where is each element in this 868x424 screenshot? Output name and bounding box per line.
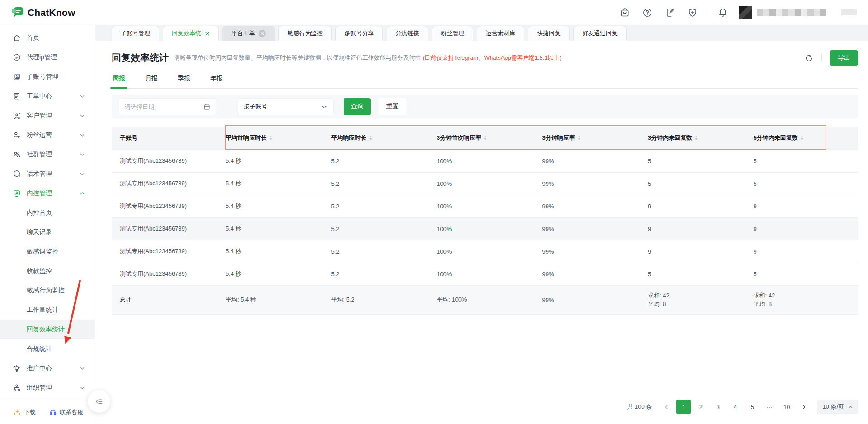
- sidebar-subitem-workload-stats[interactable]: 工作量统计: [0, 300, 95, 320]
- date-input[interactable]: [125, 104, 193, 110]
- pagination-next-icon[interactable]: [797, 400, 811, 414]
- shield-plus-icon[interactable]: [688, 8, 698, 18]
- sidebar-item-community[interactable]: 社群管理: [0, 145, 95, 164]
- workspace-tab-subaccounts[interactable]: 子账号管理: [112, 26, 159, 41]
- report-tab-monthly[interactable]: 月报: [144, 72, 159, 88]
- pagination-page-3[interactable]: 3: [711, 400, 725, 414]
- col-header-3min-no-reply: 3分钟内未回复数: [647, 127, 753, 150]
- support-link[interactable]: 联系客服: [49, 408, 83, 416]
- close-icon[interactable]: [259, 30, 266, 37]
- page-size-select[interactable]: 10 条/页: [817, 400, 858, 414]
- topbar-right: [607, 6, 857, 19]
- sidebar-item-label: 组织管理: [27, 384, 80, 392]
- download-link[interactable]: 下载: [14, 408, 36, 416]
- sidebar-item-fans[interactable]: 粉丝运营: [0, 125, 95, 145]
- pagination-page-2[interactable]: 2: [693, 400, 708, 414]
- sidebar-subitem-sensitive-words[interactable]: 敏感词监控: [0, 242, 95, 261]
- tab-label: 运营素材库: [486, 29, 515, 38]
- sidebar-item-internal-control[interactable]: 内控管理: [0, 184, 95, 203]
- sidebar-item-subaccounts[interactable]: 子账号管理: [0, 67, 95, 86]
- date-picker[interactable]: [119, 98, 216, 115]
- brand[interactable]: ChatKnow: [11, 7, 75, 18]
- workspace-tab-sensitive-behavior[interactable]: 敏感行为监控: [278, 26, 332, 41]
- avatar[interactable]: [739, 6, 752, 19]
- sidebar-item-label: 推广中心: [27, 364, 80, 372]
- doc-edit-icon[interactable]: [665, 8, 675, 18]
- pagination-total: 共 100 条: [627, 403, 652, 411]
- sidebar-subitem-compliance-stats[interactable]: 合规统计: [0, 339, 95, 358]
- sort-caret-icon[interactable]: [801, 136, 803, 140]
- refresh-icon[interactable]: [805, 54, 813, 62]
- sidebar-subitem-reply-efficiency[interactable]: 回复效率统计: [0, 320, 95, 339]
- pagination-prev-icon[interactable]: [659, 400, 674, 414]
- workspace-tab-friend-pass-reply[interactable]: 好友通过回复: [573, 26, 627, 41]
- sidebar-item-label: 粉丝运营: [27, 131, 80, 139]
- sidebar-item-scripts[interactable]: 话术管理: [0, 164, 95, 184]
- bell-icon[interactable]: [718, 8, 728, 18]
- fan-heart-icon: [13, 131, 21, 139]
- table-row[interactable]: 测试专用(Abc123456789)5.4 秒5.2100%99%99: [112, 240, 858, 263]
- table-row[interactable]: 测试专用(Abc123456789)5.4 秒5.2100%99%55: [112, 150, 858, 172]
- pagination-page-5[interactable]: 5: [745, 400, 760, 414]
- sidebar-item-proxy-ip[interactable]: IP 代理ip管理: [0, 47, 95, 67]
- workspace-tab-split-links[interactable]: 分流链接: [387, 26, 428, 41]
- report-tab-quarterly[interactable]: 季报: [177, 72, 191, 88]
- sort-caret-icon[interactable]: [695, 136, 698, 140]
- sidebar-subitem-internal-home[interactable]: 内控首页: [0, 203, 95, 222]
- user-meta-redacted: [841, 9, 857, 15]
- workspace-tab-fans[interactable]: 粉丝管理: [432, 26, 473, 41]
- workspace-tab-reply-efficiency[interactable]: 回复效率统: [163, 26, 219, 41]
- chevron-down-icon: [80, 171, 85, 177]
- query-button[interactable]: 查询: [344, 98, 371, 115]
- col-header-3min-first-rate: 3分钟首次响应率: [436, 127, 542, 150]
- report-tabs: 周报 月报 季报 年报: [112, 72, 858, 89]
- sidebar-subitem-sensitive-behavior[interactable]: 敏感行为监控: [0, 281, 95, 300]
- content: 回复效率统计 清晰呈现单位时间内回复数量、平均响应时长等关键数据，以便精准评估工…: [95, 41, 868, 424]
- sort-caret-icon[interactable]: [369, 136, 372, 140]
- sidebar-subitem-payment-monitor[interactable]: 收款监控: [0, 261, 95, 281]
- pagination-ellipsis[interactable]: ···: [762, 400, 777, 414]
- table-row[interactable]: 测试专用(Abc123456789)5.4 秒5.2100%99%99: [112, 217, 858, 240]
- group-by-select[interactable]: 按子账号: [238, 98, 334, 115]
- table-row[interactable]: 测试专用(Abc123456789)5.4 秒5.2100%99%99: [112, 195, 858, 217]
- frame: 首页 IP 代理ip管理 子账号管理: [0, 25, 868, 424]
- sidebar-item-home[interactable]: 首页: [0, 28, 95, 47]
- lightbulb-icon: [13, 364, 21, 372]
- sidebar-item-tickets[interactable]: 工单中心: [0, 86, 95, 106]
- close-icon[interactable]: [205, 31, 210, 36]
- sidebar-collapse-button[interactable]: [88, 390, 110, 413]
- sidebar-item-organization[interactable]: 组织管理: [0, 378, 95, 397]
- reset-button[interactable]: 重置: [379, 98, 406, 115]
- sidebar-subitem-chat-records[interactable]: 聊天记录: [0, 222, 95, 242]
- sidebar-item-promotion[interactable]: 推广中心: [0, 358, 95, 378]
- workspace-tab-multi-account-share[interactable]: 多账号分享: [335, 26, 383, 41]
- tab-label: 好友通过回复: [582, 29, 618, 38]
- svg-text:IP: IP: [15, 56, 18, 59]
- user-name-redacted: [757, 9, 826, 16]
- pagination-page-4[interactable]: 4: [728, 400, 742, 414]
- tab-label: 平台工单: [231, 29, 255, 38]
- report-tab-yearly[interactable]: 年报: [209, 72, 224, 88]
- sidebar-subitem-label: 内控首页: [27, 209, 52, 217]
- workspace-tabstrip: 子账号管理 回复效率统 平台工单 敏感行为监控 多账号分享 分流链接 粉丝管理 …: [95, 25, 868, 41]
- table-row[interactable]: 测试专用(Abc123456789)5.4 秒5.2100%99%55: [112, 172, 858, 195]
- export-button[interactable]: 导出: [830, 50, 858, 66]
- workspace-tab-materials[interactable]: 运营素材库: [477, 26, 524, 41]
- sort-caret-icon[interactable]: [269, 136, 272, 140]
- tab-label: 敏感行为监控: [288, 29, 323, 38]
- sidebar-item-customers[interactable]: 客户管理: [0, 106, 95, 125]
- support-label: 联系客服: [60, 408, 83, 416]
- pagination-page-10[interactable]: 10: [779, 400, 794, 414]
- table-row[interactable]: 测试专用(Abc123456789)5.4 秒5.2100%99%55: [112, 263, 858, 285]
- sort-caret-icon[interactable]: [578, 136, 580, 140]
- help-icon[interactable]: [642, 8, 652, 18]
- total-rate-3min: 99%: [542, 285, 647, 314]
- workspace-tab-quick-reply[interactable]: 快捷回复: [528, 26, 570, 41]
- workspace-tab-platform-tickets[interactable]: 平台工单: [222, 26, 275, 41]
- sort-caret-icon[interactable]: [484, 136, 486, 140]
- bag-icon[interactable]: [620, 8, 630, 18]
- tab-label: 粉丝管理: [441, 29, 464, 38]
- pagination-page-1[interactable]: 1: [676, 400, 691, 414]
- report-tab-weekly[interactable]: 周报: [112, 72, 126, 88]
- tab-label: 子账号管理: [121, 29, 150, 38]
